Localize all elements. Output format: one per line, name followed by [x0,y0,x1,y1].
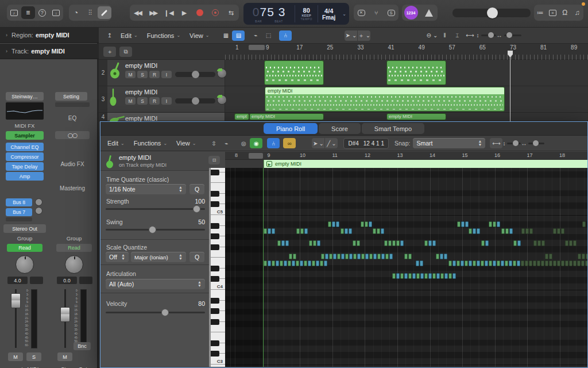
midi-note[interactable] [349,254,353,259]
midi-note[interactable] [465,221,469,227]
pan-value[interactable]: 0.0 [57,277,77,284]
black-key[interactable] [211,223,219,229]
pr-pointer-tool[interactable]: ➤⌄ [312,138,324,148]
midi-note[interactable] [573,240,577,246]
patch-setting-button[interactable]: Steinway… [6,92,44,101]
audio-fx-slot[interactable]: Compressor [6,152,44,161]
strength-slider[interactable] [106,208,205,210]
midi-note[interactable] [509,260,512,266]
midi-note[interactable] [329,254,332,259]
midi-note[interactable] [473,260,476,266]
midi-note[interactable] [553,260,556,266]
track-row[interactable]: 2 empty MIDIMSRI [99,60,588,86]
midi-note[interactable] [513,260,516,266]
midi-note[interactable] [328,221,331,227]
track-M-button[interactable]: M [125,71,136,78]
collapse-mode-icon[interactable]: ⇳ [207,138,220,148]
midi-note[interactable] [404,254,408,259]
solo-button[interactable]: S [26,352,41,361]
forward-button[interactable]: ▶▶ [146,6,160,19]
midi-note[interactable] [541,260,544,266]
swing-slider[interactable] [106,229,205,231]
midi-note[interactable] [357,240,360,246]
tuner-icon[interactable]: ◔ [69,6,83,19]
audio-fx-slot[interactable]: Amp [6,172,44,181]
midi-note[interactable] [440,254,443,259]
track-inspector-header[interactable]: › Track: empty MIDI [0,44,99,59]
midi-note[interactable] [336,221,339,227]
output-slot[interactable]: Stereo Out [3,224,46,233]
pr-vertical-zoom-slider[interactable]: ↕ [502,138,521,148]
scroll-to-selection-icon[interactable]: ↥ [103,30,116,41]
midi-note[interactable] [293,254,296,259]
marquee-icon[interactable]: ⬚ [262,30,274,41]
black-key[interactable] [211,308,219,314]
midi-note[interactable] [517,240,521,246]
master-volume-slider[interactable] [452,9,531,17]
midi-note[interactable] [288,260,291,266]
midi-note[interactable] [281,240,285,246]
group-slot[interactable]: Group [49,235,99,241]
pr-edit-menu[interactable]: Edit⌄ [103,140,129,147]
midi-note[interactable] [585,260,587,266]
lcd-chevron-icon[interactable]: ⌄ [339,3,349,25]
midi-note[interactable] [493,260,496,266]
pr-horizontal-zoom-slider[interactable]: ↔ [521,138,544,148]
midi-note[interactable] [461,260,464,266]
midi-note[interactable] [582,221,586,227]
midi-note[interactable] [569,260,572,266]
midi-note[interactable] [440,273,444,279]
mute-button[interactable]: M [8,352,23,361]
midi-out-icon[interactable]: ◎ [237,138,250,148]
midi-note[interactable] [308,260,311,266]
midi-note[interactable] [357,254,361,259]
midi-note[interactable] [369,254,373,259]
midi-note[interactable] [501,260,504,266]
scale-mode-dropdown[interactable]: Major (Ionian)▲▼ [131,252,186,262]
audio-fx-label[interactable]: Audio FX [48,161,97,167]
midi-region[interactable] [386,60,446,85]
send-slot-empty[interactable] [6,217,32,221]
midi-note[interactable] [493,221,496,227]
go-to-beginning-button[interactable]: ❙◀ [162,6,176,19]
automation-mode-button[interactable]: Read [7,244,42,252]
midi-note[interactable] [586,254,587,259]
midi-note[interactable] [412,273,416,279]
midi-note[interactable] [517,260,520,266]
tab-piano-roll[interactable]: Piano Roll [264,123,318,134]
quantize-apply-button[interactable]: Q [189,184,204,194]
midi-note[interactable] [337,254,341,259]
midi-note[interactable] [300,260,303,266]
midi-note[interactable] [537,240,541,246]
audio-fx-slot[interactable]: Tape Delay [6,162,44,171]
midi-note[interactable] [509,228,513,234]
midi-note[interactable] [529,260,532,266]
midi-note[interactable] [436,254,439,259]
midi-note[interactable] [304,260,307,266]
black-key[interactable] [211,351,219,356]
black-key[interactable] [211,244,219,250]
midi-note[interactable] [289,254,292,259]
editors-pencil-icon[interactable] [98,6,111,19]
horizontal-zoom-slider[interactable]: ↔ [496,30,521,41]
midi-note[interactable] [432,273,436,279]
waveform-zoom-icon[interactable]: ⦀ [438,30,451,41]
group-slot[interactable]: Group [0,235,49,241]
midi-note[interactable] [264,228,267,234]
midi-note[interactable] [361,221,364,227]
midi-note[interactable] [276,260,279,266]
toolbar-icon[interactable]: ↓ [49,6,63,19]
midi-note[interactable] [452,260,456,266]
notes-icon[interactable]: ≡ [547,6,559,19]
midi-note[interactable] [452,273,456,279]
midi-note[interactable] [420,260,423,266]
midi-note[interactable] [533,240,537,246]
midi-note[interactable] [320,260,323,266]
midi-note[interactable] [581,260,585,266]
midi-note[interactable] [377,254,381,259]
midi-note[interactable] [272,260,275,266]
midi-note[interactable] [264,260,267,266]
piano-keyboard[interactable]: C5C4C3 [209,168,225,367]
grid-icon[interactable]: ▦ [219,30,232,41]
pr-pencil-tool[interactable]: ╱⌄ [325,138,338,148]
